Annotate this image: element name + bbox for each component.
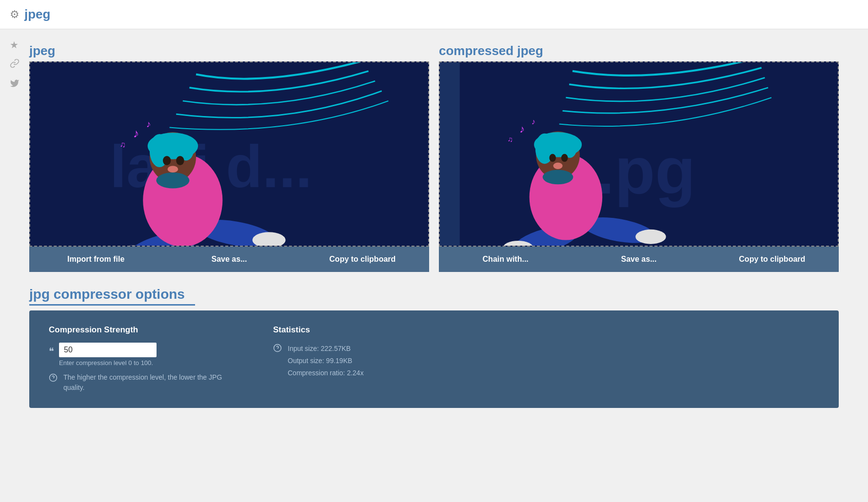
left-panel: jpeg laci d... xyxy=(29,39,429,272)
svg-rect-32 xyxy=(440,61,460,247)
chain-button[interactable]: Chain with... xyxy=(439,248,572,270)
input-size: Input size: 222.57KB xyxy=(288,343,364,355)
stats-help-icon xyxy=(273,344,283,354)
quote-icon: ❝ xyxy=(49,346,54,357)
svg-point-14 xyxy=(156,173,189,189)
left-panel-title: jpeg xyxy=(29,39,429,58)
left-illustration: laci d... xyxy=(30,61,428,247)
top-bar: ⚙ jpeg xyxy=(0,0,868,29)
compression-hint: Enter compression level 0 to 100. xyxy=(59,359,157,367)
options-panel: Compression Strength ❝ Enter compression… xyxy=(29,310,839,408)
app-title: jpeg xyxy=(24,7,50,22)
svg-point-45 xyxy=(543,170,573,185)
statistics-label: Statistics xyxy=(273,325,819,335)
panels-row: jpeg laci d... xyxy=(29,39,839,272)
compression-input[interactable] xyxy=(59,343,157,357)
output-size: Output size: 99.19KB xyxy=(288,355,364,367)
svg-text:♪: ♪ xyxy=(519,123,525,135)
compression-help-row: The higher the compression level, the lo… xyxy=(49,372,244,393)
gear-icon[interactable]: ⚙ xyxy=(10,8,20,21)
save-right-button[interactable]: Save as... xyxy=(572,248,705,270)
svg-point-42 xyxy=(549,154,556,162)
options-section: jpg compressor options Compression Stren… xyxy=(29,287,839,408)
svg-point-11 xyxy=(163,156,171,165)
copy-left-button[interactable]: Copy to clipboard xyxy=(296,248,429,270)
options-title: jpg compressor options xyxy=(29,287,839,302)
options-title-underline xyxy=(29,304,195,306)
statistics-row: Input size: 222.57KB Output size: 99.19K… xyxy=(273,343,819,380)
compression-ratio: Compression ratio: 2.24x xyxy=(288,367,364,379)
left-actions-bar: Import from file Save as... Copy to clip… xyxy=(29,247,429,272)
import-button[interactable]: Import from file xyxy=(29,248,162,270)
svg-text:♪: ♪ xyxy=(532,117,535,126)
right-panel-title: compressed jpeg xyxy=(439,39,839,58)
compression-input-row: ❝ Enter compression level 0 to 100. xyxy=(49,343,244,367)
svg-point-4 xyxy=(117,246,150,247)
save-left-button[interactable]: Save as... xyxy=(162,248,296,270)
svg-text:♫: ♫ xyxy=(120,140,126,149)
left-image-container: laci d... xyxy=(29,61,429,247)
svg-point-12 xyxy=(176,156,184,165)
right-illustration: ...pg xyxy=(440,61,838,247)
statistics-section: Statistics Input size: 222.57KB Output s… xyxy=(273,325,819,393)
compression-field-group: Enter compression level 0 to 100. xyxy=(59,343,157,367)
svg-text:♪: ♪ xyxy=(133,127,139,140)
right-panel: compressed jpeg ...pg xyxy=(439,39,839,272)
copy-right-button[interactable]: Copy to clipboard xyxy=(706,248,839,270)
svg-point-13 xyxy=(168,166,178,173)
compression-help-text: The higher the compression level, the lo… xyxy=(63,372,244,393)
svg-point-36 xyxy=(635,230,666,244)
compression-label: Compression Strength xyxy=(49,325,244,335)
compression-options: Compression Strength ❝ Enter compression… xyxy=(49,325,244,393)
svg-text:♪: ♪ xyxy=(146,119,151,130)
svg-text:♫: ♫ xyxy=(508,135,513,144)
main-content: jpeg laci d... xyxy=(0,29,868,413)
help-icon xyxy=(49,373,59,384)
right-actions-bar: Chain with... Save as... Copy to clipboa… xyxy=(439,247,839,272)
svg-point-43 xyxy=(561,154,568,162)
svg-point-44 xyxy=(553,163,563,170)
right-image-container: ...pg xyxy=(439,61,839,247)
stats-text: Input size: 222.57KB Output size: 99.19K… xyxy=(288,343,364,380)
app-branding: ⚙ jpeg xyxy=(10,7,50,22)
